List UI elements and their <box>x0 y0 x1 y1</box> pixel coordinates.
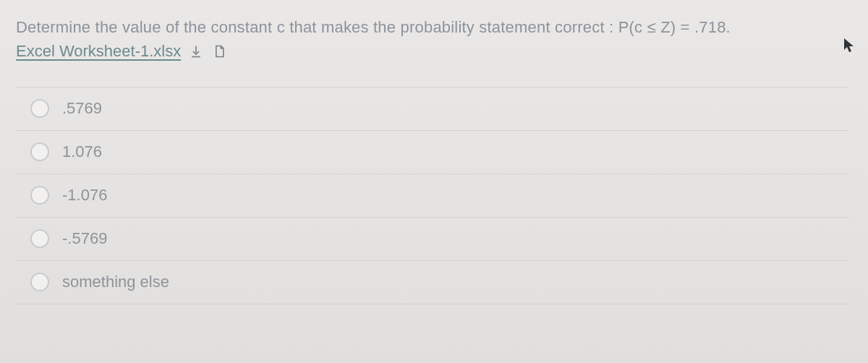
question-text: Determine the value of the constant c th… <box>16 18 731 36</box>
attachment-row: Excel Worksheet-1.xlsx <box>16 42 227 61</box>
question-prompt: Determine the value of the constant c th… <box>16 16 849 39</box>
attachment-link[interactable]: Excel Worksheet-1.xlsx <box>16 42 181 61</box>
radio-icon[interactable] <box>30 186 49 205</box>
option-label: .5769 <box>62 99 102 118</box>
radio-icon[interactable] <box>30 229 49 248</box>
download-icon[interactable] <box>188 43 204 59</box>
option-label: -.5769 <box>62 229 107 248</box>
option-label: -1.076 <box>62 186 107 205</box>
option-label: something else <box>62 273 169 291</box>
radio-icon[interactable] <box>30 273 49 291</box>
radio-icon[interactable] <box>30 142 49 161</box>
document-icon[interactable] <box>211 43 227 59</box>
option-row[interactable]: -1.076 <box>16 174 849 218</box>
option-row[interactable]: 1.076 <box>16 131 849 174</box>
question-page: Determine the value of the constant c th… <box>0 0 868 363</box>
option-row[interactable]: .5769 <box>16 87 849 131</box>
pointer-icon <box>843 38 855 54</box>
options-list: .5769 1.076 -1.076 -.5769 something else <box>16 87 849 304</box>
option-row[interactable]: something else <box>16 261 849 304</box>
radio-icon[interactable] <box>30 99 49 118</box>
option-label: 1.076 <box>62 142 102 161</box>
option-row[interactable]: -.5769 <box>16 218 849 261</box>
